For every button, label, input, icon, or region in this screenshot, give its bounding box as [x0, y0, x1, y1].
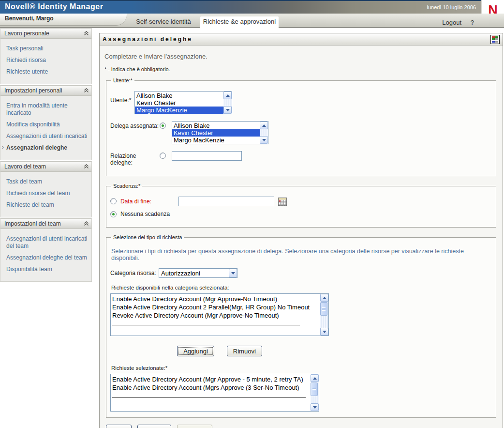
- welcome-banner: Benvenuti, Margo: [0, 14, 127, 25]
- list-option[interactable]: Enable Active Directory Account 2 Parall…: [111, 303, 320, 311]
- delegate-listbox[interactable]: Allison Blake Kevin Chester Margo MacKen…: [172, 121, 268, 144]
- sidebar-item-task-del-team[interactable]: Task del team: [6, 178, 89, 185]
- scrollbar[interactable]: [260, 122, 268, 144]
- collapse-icon[interactable]: [81, 86, 91, 95]
- sidebar-item-assegnazioni-deleghe[interactable]: Assegnazioni deleghe: [6, 144, 89, 152]
- help-link[interactable]: ?: [471, 19, 474, 26]
- sidebar-section-impostazioni-del-team: Impostazioni del team Assegnazioni di ut…: [0, 218, 92, 282]
- grid-cell: [492, 36, 495, 38]
- relation-input[interactable]: [172, 151, 242, 161]
- sidebar-item-richieste-utente[interactable]: Richieste utente: [6, 68, 89, 76]
- list-option[interactable]: Kevin Chester: [135, 99, 223, 107]
- page-subtitle: Completare e inviare l'assegnazione.: [100, 46, 503, 60]
- expiry-fieldset: Scadenza:* Data di fine: Nessuna sc: [106, 183, 496, 228]
- list-option-selected[interactable]: Kevin Chester: [172, 129, 260, 137]
- sidebar-item-entra-modalita-utente[interactable]: Entra in modalità utente incaricato: [6, 102, 89, 117]
- add-remove-row: Aggiungi Rimuovi: [110, 346, 329, 356]
- list-separator: [112, 392, 306, 397]
- sidebar-header[interactable]: Impostazioni del team: [0, 218, 91, 229]
- tab-self-service[interactable]: Self-service identità: [125, 16, 202, 28]
- sidebar-item-richieste-del-team[interactable]: Richieste del team: [6, 201, 89, 209]
- relation-row: Relazione deleghe:: [110, 151, 492, 166]
- list-option[interactable]: Margo MacKenzie: [172, 137, 260, 144]
- no-expiry-label: Nessuna scadenza: [120, 210, 170, 217]
- relation-radio[interactable]: [160, 153, 166, 159]
- scroll-down-icon[interactable]: [260, 136, 268, 144]
- top-banner: Novell® Identity Manager lunedì 10 lugli…: [0, 0, 504, 14]
- available-requests-listbox[interactable]: Enable Active Directory Account (Mgr App…: [110, 293, 329, 336]
- end-date-input[interactable]: [178, 197, 274, 206]
- scroll-down-icon[interactable]: [320, 328, 328, 336]
- scroll-up-icon[interactable]: [260, 122, 268, 129]
- list-option[interactable]: Revoke Active Directory Account (Mgr App…: [111, 311, 320, 320]
- sidebar-item-disponibilita-team[interactable]: Disponibilità team: [6, 266, 89, 273]
- collapse-icon[interactable]: [81, 219, 91, 229]
- relation-label: Relazione deleghe:: [110, 151, 160, 166]
- scroll-up-icon[interactable]: [311, 374, 319, 382]
- sidebar-item-richiedi-risorse-team[interactable]: Richiedi risorse del team: [6, 190, 89, 197]
- user-row: Utente:* Allison Blake Kevin Chester Mar…: [110, 91, 492, 114]
- user-fieldset-legend: Utente:*: [111, 77, 134, 83]
- scroll-track[interactable]: [223, 99, 232, 106]
- calendar-icon[interactable]: [278, 198, 287, 206]
- delegate-options: Allison Blake Kevin Chester Margo MacKen…: [172, 122, 260, 144]
- content-panel: Assegnazioni deleghe Completare e inviar…: [99, 33, 503, 428]
- chevron-down-icon[interactable]: [229, 269, 237, 277]
- sidebar-header[interactable]: Lavoro personale: [0, 28, 91, 39]
- remove-button[interactable]: Rimuovi: [227, 346, 262, 356]
- sidebar-item-assegnazioni-utenti-incaricati[interactable]: Assegnazioni di utenti incaricati: [6, 133, 89, 140]
- add-button[interactable]: Aggiungi: [177, 346, 214, 356]
- collapse-icon[interactable]: [81, 162, 91, 171]
- date-label: lunedì 10 luglio 2006: [427, 4, 476, 10]
- sidebar-item-assegnazioni-deleghe-team[interactable]: Assegnazioni deleghe del team: [6, 254, 89, 261]
- category-row: Categoria risorsa: Autorizzazioni: [110, 268, 492, 278]
- logout-link[interactable]: Logout: [442, 19, 461, 26]
- list-option[interactable]: Allison Blake: [172, 122, 260, 129]
- tab-bar: Benvenuti, Margo Self-service identità R…: [0, 14, 504, 28]
- list-option-selected[interactable]: Margo MacKenzie: [135, 107, 223, 114]
- sidebar-header[interactable]: Lavoro del team: [0, 161, 91, 172]
- delegate-row: Delega assegnata: Allison Blake Kevin Ch…: [110, 121, 492, 144]
- scrollbar[interactable]: [311, 374, 319, 411]
- collapse-icon[interactable]: [81, 29, 91, 38]
- scroll-down-icon[interactable]: [311, 403, 319, 411]
- category-select[interactable]: Autorizzazioni: [159, 268, 237, 278]
- list-option[interactable]: Allison Blake: [135, 92, 223, 99]
- remove-assignment-button: Rimuovi: [177, 425, 212, 428]
- scroll-up-icon[interactable]: [320, 294, 328, 302]
- list-option[interactable]: Enable Active Directory Account (Mgr App…: [111, 295, 320, 303]
- no-expiry-radio[interactable]: [110, 211, 117, 217]
- request-instruction: Selezionare i tipi di richiesta per ques…: [111, 248, 491, 261]
- scroll-track[interactable]: [260, 129, 268, 136]
- grid-cell: [495, 36, 498, 38]
- scrollbar[interactable]: [223, 92, 232, 114]
- sidebar-item-task-personali[interactable]: Task personali: [6, 45, 89, 52]
- scroll-track[interactable]: [311, 382, 319, 403]
- scrollbar[interactable]: [320, 294, 328, 336]
- page-title: Assegnazioni deleghe: [103, 36, 490, 43]
- sidebar-item-assegnazioni-incaricati-team[interactable]: Assegnazioni di utenti incaricati del te…: [6, 235, 89, 250]
- available-options: Enable Active Directory Account (Mgr App…: [111, 294, 320, 336]
- list-option[interactable]: Enable Active Directory Account (Mgrs Ap…: [111, 383, 311, 392]
- scroll-thumb[interactable]: [320, 302, 327, 316]
- sidebar-items: Task del team Richiedi risorse del team …: [0, 172, 91, 217]
- sidebar-items: Assegnazioni di utenti incaricati del te…: [0, 229, 91, 281]
- form-actions: Invia Annulla Rimuovi: [106, 425, 496, 428]
- delegate-radio[interactable]: [160, 122, 166, 129]
- portlet-grid-icon[interactable]: [490, 35, 500, 44]
- end-date-radio[interactable]: [110, 198, 117, 204]
- sidebar-item-modifica-disponibilita[interactable]: Modifica disponibilità: [6, 121, 89, 128]
- scroll-thumb[interactable]: [311, 382, 318, 396]
- cancel-button[interactable]: Annulla: [137, 425, 171, 428]
- submit-button[interactable]: Invia: [106, 425, 132, 428]
- sidebar-header[interactable]: Impostazioni personali: [0, 85, 91, 96]
- scroll-up-icon[interactable]: [223, 92, 232, 99]
- tab-requests-approvals[interactable]: Richieste &e approvazioni: [200, 16, 279, 28]
- sidebar-item-richiedi-risorsa[interactable]: Richiedi risorsa: [6, 57, 89, 64]
- product-title: Novell® Identity Manager: [5, 2, 103, 11]
- scroll-track[interactable]: [320, 302, 328, 328]
- user-listbox[interactable]: Allison Blake Kevin Chester Margo MacKen…: [134, 91, 232, 114]
- selected-requests-listbox[interactable]: Enable Active Directory Account (Mgr App…: [110, 374, 319, 412]
- list-option[interactable]: Enable Active Directory Account (Mgr App…: [111, 375, 311, 383]
- scroll-down-icon[interactable]: [223, 106, 232, 114]
